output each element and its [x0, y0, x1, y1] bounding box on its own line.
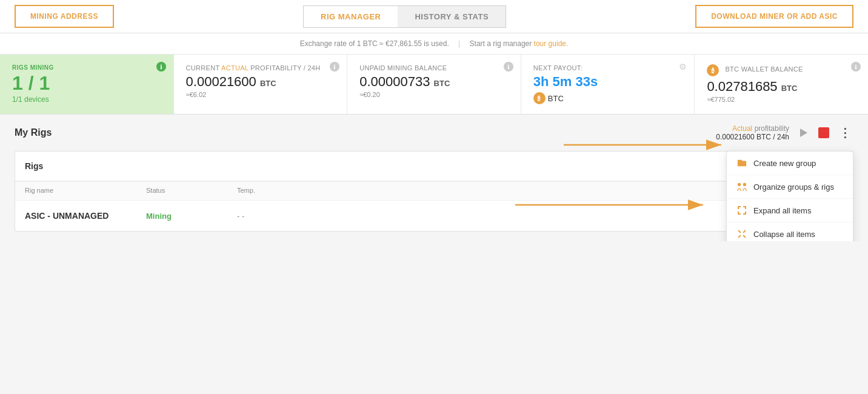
divider: | — [458, 39, 460, 48]
tour-guide-link[interactable]: tour guide. — [534, 39, 569, 48]
rig-manager-text: Start a rig manager — [470, 39, 532, 48]
dropdown-menu: Create new group Organize groups & rigs … — [726, 151, 853, 241]
info-icon[interactable]: ℹ — [156, 62, 166, 72]
payout-timer: 3h 5m 33s — [533, 74, 683, 90]
wallet-info-icon[interactable]: ℹ — [851, 62, 861, 72]
main-content: My Rigs Actual profitability 0.00021600 … — [0, 115, 868, 241]
unpaid-sub: ≈€0.20 — [359, 91, 509, 98]
profitability-label-highlight: ACTUAL — [221, 64, 249, 72]
svg-marker-0 — [800, 129, 807, 137]
col-temp: Temp. — [237, 187, 328, 194]
payout-currency: BTC — [548, 94, 564, 103]
actual-label: Actual — [732, 124, 752, 133]
stat-unpaid-balance: ℹ UNPAID MINING BALANCE 0.00000733 BTC ≈… — [347, 55, 521, 114]
svg-point-5 — [738, 183, 741, 186]
svg-point-6 — [743, 183, 746, 186]
rigs-devices: 1/1 devices — [12, 95, 161, 104]
profitability-label: CURRENT ACTUAL PROFITABILITY / 24H — [186, 64, 335, 72]
dropdown-expand-all[interactable]: Expand all items — [727, 199, 853, 222]
btc-icon: ₿ — [533, 92, 546, 104]
folder-icon — [736, 158, 747, 169]
organize-icon — [736, 181, 747, 192]
profitability-sub: ≈€6.02 — [186, 91, 335, 98]
profitability-display-label: Actual profitability — [716, 124, 789, 133]
download-miner-button[interactable]: DOWNLOAD MINER OR ADD ASIC — [695, 5, 853, 28]
stat-next-payout: ⚙ NEXT PAYOUT: 3h 5m 33s ₿ BTC — [521, 55, 695, 114]
create-group-label: Create new group — [753, 159, 816, 168]
dropdown-collapse-all[interactable]: Collapse all items — [727, 222, 853, 241]
col-rig-name: Rig name — [25, 187, 146, 194]
unpaid-label: UNPAID MINING BALANCE — [359, 64, 509, 72]
stat-rigs-mining: ℹ RIGS MINING 1 / 1 1/1 devices — [0, 55, 174, 114]
dropdown-organize-groups[interactable]: Organize groups & rigs — [727, 175, 853, 199]
col-status: Status — [146, 187, 237, 194]
my-rigs-header: My Rigs Actual profitability 0.00021600 … — [15, 124, 853, 141]
profitability-label-prefix: CURRENT — [186, 64, 221, 72]
rigs-mining-value: 1 / 1 — [12, 73, 161, 93]
info-bar: Exchange rate of 1 BTC ≈ €27,861.55 is u… — [0, 33, 868, 55]
profitability-value: 0.00021600 BTC — [186, 74, 335, 90]
profitability-section: Actual profitability 0.00021600 BTC / 24… — [716, 124, 853, 141]
tab-history-stats[interactable]: HISTORY & STATS — [398, 6, 506, 27]
stats-row: ℹ RIGS MINING 1 / 1 1/1 devices ℹ CURREN… — [0, 55, 868, 115]
my-rigs-title: My Rigs — [15, 127, 52, 138]
payout-gear-icon[interactable]: ⚙ — [679, 62, 687, 72]
dropdown-create-group[interactable]: Create new group — [727, 152, 853, 175]
stat-btc-wallet: ℹ ₿ BTC WALLET BALANCE 0.02781685 BTC ≈€… — [695, 55, 868, 114]
wallet-label: BTC WALLET BALANCE — [725, 65, 803, 73]
organize-groups-label: Organize groups & rigs — [753, 182, 834, 192]
rigs-section-title: Rigs — [25, 161, 43, 171]
mining-address-button[interactable]: MINING ADDRESS — [15, 5, 114, 28]
expand-all-label: Expand all items — [753, 206, 811, 215]
profitability-display: Actual profitability 0.00021600 BTC / 24… — [716, 124, 789, 141]
payout-label: NEXT PAYOUT: — [533, 64, 683, 72]
wallet-header: ₿ BTC WALLET BALANCE — [707, 64, 856, 76]
profitability-info-icon[interactable]: ℹ — [330, 62, 339, 72]
tab-rig-manager[interactable]: RIG MANAGER — [304, 6, 398, 27]
top-nav: MINING ADDRESS RIG MANAGER HISTORY & STA… — [0, 0, 868, 33]
profitability-suffix: profitability — [752, 124, 789, 133]
wallet-sub: ≈€775.02 — [707, 96, 856, 103]
collapse-icon — [736, 229, 747, 239]
unpaid-value: 0.00000733 BTC — [359, 74, 509, 90]
exchange-rate-text: Exchange rate of 1 BTC ≈ €27,861.55 is u… — [300, 39, 449, 48]
expand-icon — [736, 205, 747, 216]
profitability-display-value: 0.00021600 BTC / 24h — [716, 133, 789, 141]
collapse-all-label: Collapse all items — [753, 230, 815, 239]
rigs-mining-label: RIGS MINING — [12, 64, 161, 71]
profitability-label-suffix: PROFITABILITY / 24H — [249, 64, 321, 72]
rig-temp: - - — [237, 212, 328, 221]
rig-name: ASIC - UNMANAGED — [25, 211, 146, 221]
stop-button[interactable] — [818, 127, 829, 138]
payout-btc-row: ₿ BTC — [533, 92, 683, 104]
wallet-btc-icon: ₿ — [707, 64, 719, 76]
unpaid-info-icon[interactable]: ℹ — [504, 62, 513, 72]
play-button[interactable] — [796, 125, 811, 140]
rig-status: Mining — [146, 212, 237, 221]
wallet-value: 0.02781685 BTC — [707, 79, 856, 95]
three-dots-menu-button[interactable]: ⋮ — [836, 124, 853, 141]
stat-profitability: ℹ CURRENT ACTUAL PROFITABILITY / 24H 0.0… — [174, 55, 348, 114]
main-tabs: RIG MANAGER HISTORY & STATS — [303, 5, 506, 28]
